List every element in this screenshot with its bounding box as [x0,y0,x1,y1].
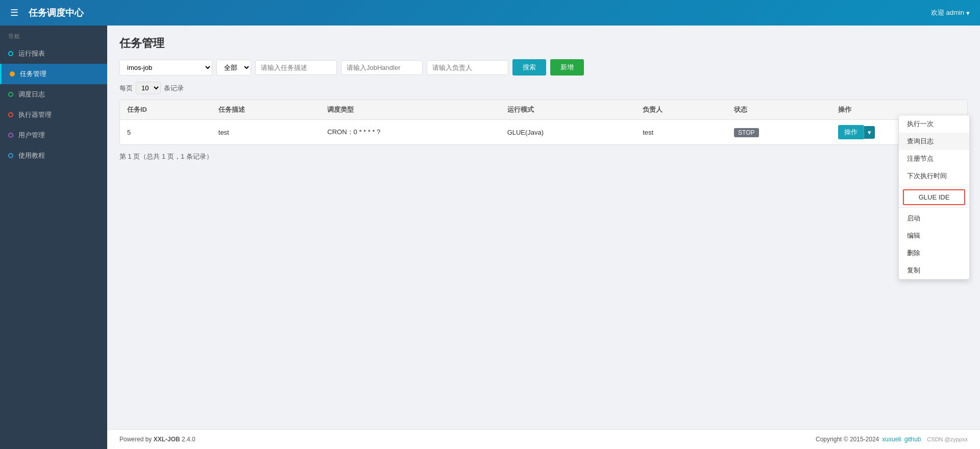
user-menu[interactable]: 欢迎 admin ▾ [931,8,970,17]
add-button[interactable]: 新增 [550,59,584,76]
col-responsible: 负责人 [635,100,727,120]
dropdown-copy[interactable]: 复制 [899,262,969,279]
action-dropdown-button[interactable]: ▾ [864,126,875,139]
cell-task-id: 5 [120,120,211,145]
action-dropdown-menu: 执行一次 查询日志 注册节点 下次执行时间 GLUE IDE 启动 编辑 删除 … [898,115,970,280]
executor-select[interactable]: imos-job [120,60,212,75]
sidebar-item-label: 用户管理 [18,131,45,140]
main-content: 任务管理 imos-job 全部 搜索 新增 [107,26,980,449]
user-dropdown-icon: ▾ [966,9,970,17]
sidebar-item-schedule-log[interactable]: 调度日志 [0,84,107,105]
footer-copyright: Copyright © 2015-2024 [816,436,879,443]
run-report-dot [8,51,13,56]
per-page-select[interactable]: 10 20 50 [136,82,161,94]
user-label: 欢迎 admin [931,8,964,17]
tutorial-dot [8,153,13,158]
footer-link-github[interactable]: github [904,436,921,443]
menu-toggle-icon[interactable]: ☰ [10,7,18,18]
col-task-id: 任务ID [120,100,211,120]
executor-select-group: imos-job [119,60,212,76]
status-badge: STOP [734,128,758,137]
footer-left: Powered by XXL-JOB 2.4.0 [119,436,195,443]
per-page-label-after: 条记录 [164,84,184,93]
dropdown-start[interactable]: 启动 [899,210,969,227]
job-handler-input[interactable] [341,60,423,75]
footer-sub-text: CSDN @zyppxx [927,436,968,442]
dropdown-execute-once[interactable]: 执行一次 [899,115,969,133]
executor-manage-dot [8,112,13,117]
task-table: 任务ID 任务描述 调度类型 运行模式 负责人 状态 操作 5 test [120,100,967,144]
dropdown-query-log[interactable]: 查询日志 [899,133,969,150]
responsible-input[interactable] [427,60,508,75]
dropdown-separator-1 [899,187,969,187]
all-select-group: 全部 [216,60,251,76]
sidebar-item-run-report[interactable]: 运行报表 [0,43,107,64]
sidebar-item-label: 执行器管理 [18,110,52,119]
col-run-mode: 运行模式 [500,100,636,120]
col-task-desc: 任务描述 [211,100,320,120]
sidebar-item-user-manage[interactable]: 用户管理 [0,125,107,145]
footer: Powered by XXL-JOB 2.4.0 Copyright © 201… [107,429,980,449]
toolbar: imos-job 全部 搜索 新增 [119,59,968,76]
header: ☰ 任务调度中心 欢迎 admin ▾ [0,0,980,26]
col-status: 状态 [727,100,831,120]
search-button[interactable]: 搜索 [512,59,546,76]
dropdown-next-execute-time[interactable]: 下次执行时间 [899,167,969,185]
sidebar-item-tutorial[interactable]: 使用教程 [0,145,107,166]
page-title: 任务管理 [119,36,968,51]
dropdown-separator-2 [899,207,969,208]
footer-link-xuxueli[interactable]: xuxueli [882,436,901,443]
table-row: 5 test CRON：0 * * * * ? GLUE(Java) test … [120,120,967,145]
footer-brand: XXL-JOB [154,436,180,443]
schedule-log-dot [8,92,13,97]
sidebar-item-label: 使用教程 [18,151,45,160]
sidebar-item-label: 运行报表 [18,49,45,58]
cell-task-desc: test [211,120,320,145]
per-page-row: 每页 10 20 50 条记录 [119,82,968,94]
per-page-label-before: 每页 [119,84,133,93]
footer-powered-by: Powered by [119,436,154,443]
col-schedule-type: 调度类型 [320,100,500,120]
status-select[interactable]: 全部 [217,60,251,75]
cell-status: STOP [727,120,831,145]
dropdown-glue-ide[interactable]: GLUE IDE [903,189,965,205]
cell-responsible: test [635,120,727,145]
dropdown-delete[interactable]: 删除 [899,244,969,262]
table-header-row: 任务ID 任务描述 调度类型 运行模式 负责人 状态 操作 [120,100,967,120]
nav-section-label: 导航 [0,26,107,43]
footer-right: Copyright © 2015-2024 xuxueli github CSD… [816,436,968,443]
action-button[interactable]: 操作 [838,125,864,139]
app-title: 任务调度中心 [29,7,84,19]
footer-version: 2.4.0 [182,436,195,443]
task-manage-dot [10,71,15,77]
dropdown-register-node[interactable]: 注册节点 [899,150,969,167]
task-desc-input[interactable] [255,60,337,75]
sidebar-item-task-manage[interactable]: 任务管理 [0,64,107,84]
cell-schedule-type: CRON：0 * * * * ? [320,120,500,145]
dropdown-edit[interactable]: 编辑 [899,227,969,244]
sidebar-item-label: 调度日志 [18,90,45,99]
task-table-container: 任务ID 任务描述 调度类型 运行模式 负责人 状态 操作 5 test [119,99,968,145]
user-manage-dot [8,133,13,138]
sidebar-item-executor-manage[interactable]: 执行器管理 [0,105,107,125]
cell-run-mode: GLUE(Java) [500,120,636,145]
pagination-text: 第 1 页（总共 1 页，1 条记录） [119,152,968,161]
sidebar-item-label: 任务管理 [20,69,46,79]
sidebar: 导航 运行报表 任务管理 调度日志 执行器管理 用户管理 使用教程 [0,26,107,449]
